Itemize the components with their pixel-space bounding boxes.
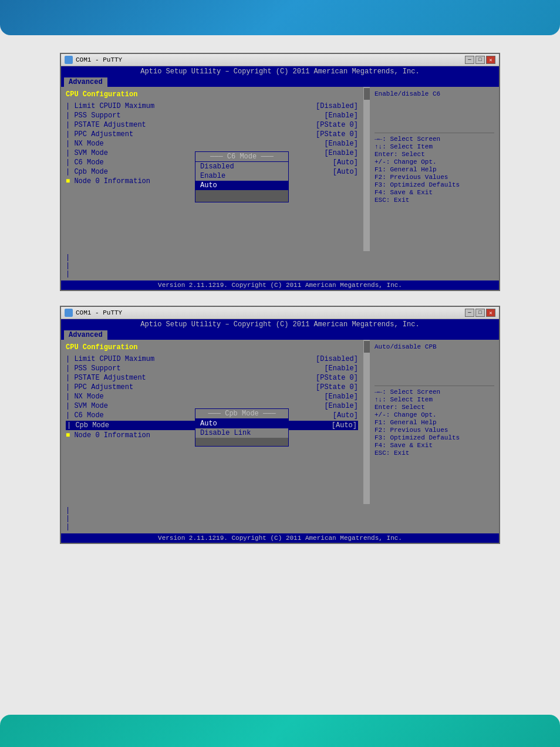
close-button-2[interactable]: ✕	[486, 309, 495, 317]
table-row: | Limit CPUID Maximum [Disabled]	[66, 102, 358, 110]
c6-mode-dropdown: ─── C6 Mode ─── Disabled Enable Auto	[195, 151, 289, 202]
close-button-1[interactable]: ✕	[486, 56, 495, 64]
dropdown-item-auto-2[interactable]: Auto	[195, 419, 288, 428]
help-line-2-2: ↑↓: Select Item	[375, 396, 494, 403]
putty-window-2: COM1 - PuTTY ─ □ ✕ Aptio Setup Utility –…	[60, 306, 500, 544]
help-line-1-4: +/-: Change Opt.	[375, 158, 494, 165]
scrollbar-1[interactable]	[363, 87, 370, 251]
bios-header-2: Aptio Setup Utility – Copyright (C) 2011…	[61, 319, 499, 330]
scrollbar-thumb-2[interactable]	[364, 341, 370, 353]
bios-body-1: CPU Configuration | Limit CPUID Maximum …	[61, 87, 499, 251]
help-line-2-3: Enter: Select	[375, 404, 494, 411]
help-line-2-8: F4: Save & Exit	[375, 442, 494, 449]
putty-controls-2: ─ □ ✕	[465, 309, 495, 317]
putty-controls-1: ─ □ ✕	[465, 56, 495, 64]
bios-footer-2: Version 2.11.1219. Copyright (C) 2011 Am…	[61, 533, 499, 543]
table-row: | PSTATE Adjustment [PState 0]	[66, 374, 358, 382]
help-line-2-4: +/-: Change Opt.	[375, 411, 494, 418]
help-line-1-3: Enter: Select	[375, 151, 494, 158]
putty-app-icon-1	[65, 56, 73, 64]
bios-screen-1: Aptio Setup Utility – Copyright (C) 2011…	[61, 66, 499, 290]
bios-left-scroll-1: CPU Configuration | Limit CPUID Maximum …	[61, 87, 370, 251]
bios-tab-bar-1: Advanced	[61, 77, 499, 87]
bios-left-scroll-2: CPU Configuration | Limit CPUID Maximum …	[61, 340, 370, 504]
dropdown-item-enable-1[interactable]: Enable	[195, 171, 288, 181]
dropdown-title-1: ─── C6 Mode ───	[195, 152, 288, 162]
help-line-2-9: ESC: Exit	[375, 449, 494, 457]
putty-titlebar-2: COM1 - PuTTY ─ □ ✕	[61, 307, 499, 319]
dropdown-title-2: ─── Cpb Mode ───	[195, 409, 288, 419]
table-row: | PPC Adjustment [PState 0]	[66, 130, 358, 138]
bios-header-text-2: Aptio Setup Utility – Copyright (C) 2011…	[140, 320, 419, 329]
bios-right-2: Auto/disable CPB →←: Select Screen ↑↓: S…	[370, 340, 499, 504]
bios-footer-1: Version 2.11.1219. Copyright (C) 2011 Am…	[61, 280, 499, 290]
bios-tab-advanced-1[interactable]: Advanced	[64, 77, 107, 87]
bios-left-1: CPU Configuration | Limit CPUID Maximum …	[61, 87, 363, 251]
table-row: | NX Mode [Enable]	[66, 393, 358, 401]
help-line-2-5: F1: General Help	[375, 419, 494, 426]
table-row: | PSTATE Adjustment [PState 0]	[66, 121, 358, 129]
bios-tab-bar-2: Advanced	[61, 330, 499, 340]
dropdown-item-disable-link-2[interactable]: Disable Link	[195, 428, 288, 438]
help-line-1-2: ↑↓: Select Item	[375, 143, 494, 150]
help-line-2-7: F3: Optimized Defaults	[375, 434, 494, 441]
bios-screen-2: Aptio Setup Utility – Copyright (C) 2011…	[61, 319, 499, 543]
help-line-1-5: F1: General Help	[375, 166, 494, 173]
table-row: | Limit CPUID Maximum [Disabled]	[66, 355, 358, 363]
help-line-1-7: F3: Optimized Defaults	[375, 181, 494, 188]
cpb-mode-dropdown: ─── Cpb Mode ─── Auto Disable Link	[195, 408, 289, 447]
bios-section-title-2: CPU Configuration	[66, 343, 358, 351]
dropdown-item-auto-1[interactable]: Auto	[195, 181, 288, 190]
help-line-1-9: ESC: Exit	[375, 197, 494, 204]
bios-section-title-1: CPU Configuration	[66, 90, 358, 99]
bios-right-1: Enable/disable C6 →←: Select Screen ↑↓: …	[370, 87, 499, 251]
help-text-1: Enable/disable C6	[375, 90, 494, 97]
table-row: | NX Mode [Enable]	[66, 140, 358, 148]
dropdown-item-disabled-1[interactable]: Disabled	[195, 162, 288, 171]
bios-left-2: CPU Configuration | Limit CPUID Maximum …	[61, 340, 363, 504]
minimize-button-2[interactable]: ─	[465, 309, 474, 317]
table-row: | PSS Support [Enable]	[66, 111, 358, 120]
putty-title-text-1: COM1 - PuTTY	[76, 56, 122, 63]
putty-app-icon-2	[65, 309, 73, 317]
help-line-1-8: F4: Save & Exit	[375, 189, 494, 196]
putty-title-left-1: COM1 - PuTTY	[65, 56, 122, 64]
help-line-2-1: →←: Select Screen	[375, 388, 494, 396]
bios-footer-text-2: Version 2.11.1219. Copyright (C) 2011 Am…	[158, 535, 402, 542]
help-line-1-6: F2: Previous Values	[375, 174, 494, 181]
putty-window-1: COM1 - PuTTY ─ □ ✕ Aptio Setup Utility –…	[60, 53, 500, 291]
maximize-button-2[interactable]: □	[475, 309, 485, 317]
minimize-button-1[interactable]: ─	[465, 56, 474, 64]
bios-tab-advanced-2[interactable]: Advanced	[64, 330, 107, 340]
table-row: | PPC Adjustment [PState 0]	[66, 383, 358, 391]
help-line-2-6: F2: Previous Values	[375, 427, 494, 434]
putty-title-text-2: COM1 - PuTTY	[76, 309, 122, 316]
top-decorative-bar	[0, 0, 560, 35]
help-text-2: Auto/disable CPB	[375, 343, 494, 350]
bottom-decorative-bar	[0, 715, 560, 747]
table-row: | PSS Support [Enable]	[66, 364, 358, 373]
putty-titlebar-1: COM1 - PuTTY ─ □ ✕	[61, 54, 499, 66]
bios-footer-text-1: Version 2.11.1219. Copyright (C) 2011 Am…	[158, 282, 402, 289]
bios-header-text-1: Aptio Setup Utility – Copyright (C) 2011…	[140, 67, 419, 76]
putty-title-left-2: COM1 - PuTTY	[65, 309, 122, 317]
maximize-button-1[interactable]: □	[475, 56, 485, 64]
scrollbar-2[interactable]	[363, 340, 370, 504]
scrollbar-thumb-1[interactable]	[364, 88, 370, 100]
bios-body-2: CPU Configuration | Limit CPUID Maximum …	[61, 340, 499, 504]
help-line-1-1: →←: Select Screen	[375, 136, 494, 143]
bios-header-1: Aptio Setup Utility – Copyright (C) 2011…	[61, 66, 499, 77]
